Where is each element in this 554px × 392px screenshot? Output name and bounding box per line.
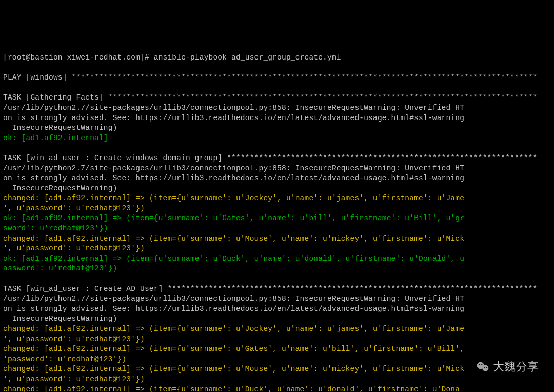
ok-result: ok: [ad1.af92.internal] => (item={u'surn… <box>3 254 464 263</box>
svg-point-2 <box>479 364 480 365</box>
task-gathering-facts: TASK [Gathering Facts] *****************… <box>3 93 537 102</box>
task-create-group: TASK [win_ad_user : Create windows domai… <box>3 154 537 162</box>
svg-point-3 <box>481 364 482 365</box>
svg-point-1 <box>482 365 488 371</box>
ok-result: ok: [ad1.af92.internal] => (item={u'surn… <box>3 214 464 222</box>
changed-result: changed: [ad1.af92.internal] => (item={u… <box>3 385 460 392</box>
changed-result: ', u'password': u'redhat@123'}) <box>3 375 145 383</box>
changed-result: 'password': u'redhat@123'}) <box>3 355 126 363</box>
changed-result: changed: [ad1.af92.internal] => (item={u… <box>3 234 464 243</box>
svg-point-4 <box>484 367 485 368</box>
play-header: PLAY [windows] *************************… <box>3 73 537 82</box>
warning-line: /usr/lib/python2.7/site-packages/urllib3… <box>3 164 464 172</box>
warning-line: on is strongly advised. See: https://url… <box>3 305 464 313</box>
changed-result: changed: [ad1.af92.internal] => (item={u… <box>3 345 464 353</box>
task-create-ad-user: TASK [win_ad_user : Create AD User] ****… <box>3 285 537 293</box>
ok-result: sword': u'redhat@123'}) <box>3 224 108 232</box>
watermark: 大魏分享 <box>476 360 539 374</box>
warning-line: on is strongly advised. See: https://url… <box>3 114 464 122</box>
changed-result: ', u'password': u'redhat@123'}) <box>3 335 145 343</box>
changed-result: changed: [ad1.af92.internal] => (item={u… <box>3 365 464 373</box>
terminal-output: [root@bastion xiwei-redhat.com]# ansible… <box>0 40 554 392</box>
command-prompt: [root@bastion xiwei-redhat.com]# ansible… <box>3 53 341 62</box>
svg-point-5 <box>486 367 487 368</box>
ok-result: ok: [ad1.af92.internal] <box>3 134 108 142</box>
watermark-text: 大魏分享 <box>493 362 539 372</box>
changed-result: changed: [ad1.af92.internal] => (item={u… <box>3 194 464 202</box>
wechat-icon <box>476 360 490 374</box>
changed-result: ', u'password': u'redhat@123'}) <box>3 204 145 212</box>
ok-result: assword': u'redhat@123'}) <box>3 264 117 272</box>
changed-result: changed: [ad1.af92.internal] => (item={u… <box>3 325 464 333</box>
warning-line: InsecureRequestWarning) <box>3 124 117 132</box>
warning-line: /usr/lib/python2.7/site-packages/urllib3… <box>3 104 464 112</box>
warning-line: InsecureRequestWarning) <box>3 315 117 323</box>
changed-result: ', u'password': u'redhat@123'}) <box>3 244 145 252</box>
warning-line: on is strongly advised. See: https://url… <box>3 174 464 182</box>
warning-line: InsecureRequestWarning) <box>3 184 117 192</box>
warning-line: /usr/lib/python2.7/site-packages/urllib3… <box>3 295 464 303</box>
